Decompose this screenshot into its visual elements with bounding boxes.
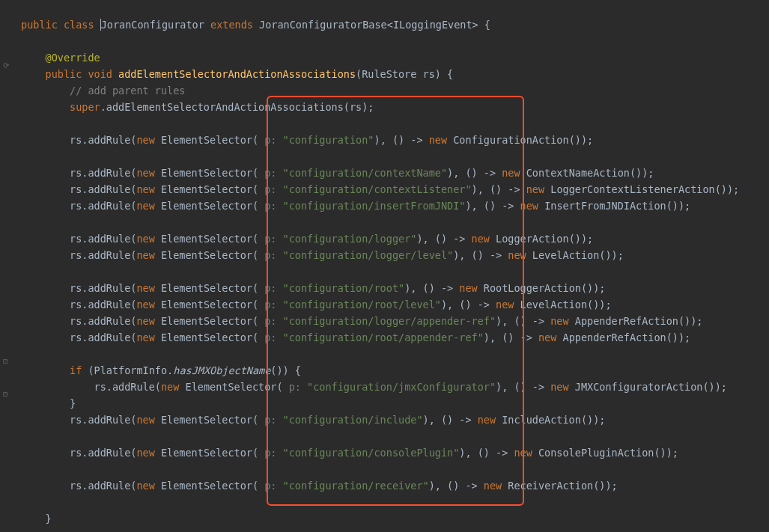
keyword-new: new	[136, 200, 154, 212]
es-ctor: ElementSelector	[161, 299, 252, 311]
action-class: ContextNameAction	[526, 167, 630, 179]
text-cursor	[100, 19, 101, 31]
keyword-new: new	[508, 249, 526, 261]
rs-addrule: rs.addRule	[70, 447, 130, 459]
rs-addrule: rs.addRule	[70, 414, 130, 426]
keyword-new: new	[161, 381, 179, 393]
string-path: "configuration/root"	[283, 282, 405, 294]
comment: // add parent rules	[70, 85, 185, 97]
action-class: LoggerAction	[496, 233, 569, 245]
es-ctor: ElementSelector	[161, 183, 252, 195]
code-editor[interactable]: public class JoranConfigurator extends J…	[0, 0, 769, 527]
keyword-super: super	[70, 101, 100, 113]
string-path: "configuration/insertFromJNDI"	[283, 200, 466, 212]
method-name: addElementSelectorAndActionAssociations	[118, 68, 356, 80]
string-path: "configuration/include"	[283, 414, 423, 426]
rs-addrule: rs.addRule	[94, 381, 155, 393]
string-path: "configuration/logger/appender-ref"	[283, 315, 496, 327]
keyword-new: new	[514, 447, 532, 459]
keyword-new: new	[136, 299, 154, 311]
keyword-new: new	[478, 414, 496, 426]
string-path: "configuration/logger"	[283, 233, 417, 245]
es-ctor: ElementSelector	[161, 414, 252, 426]
keyword-new: new	[136, 282, 154, 294]
rs-addrule: rs.addRule	[70, 134, 130, 146]
string-path: "configuration/contextListener"	[283, 183, 472, 195]
lambda: () ->	[472, 249, 502, 261]
param-hint: p:	[264, 282, 276, 294]
keyword-new: new	[538, 331, 556, 343]
es-ctor: ElementSelector	[161, 134, 252, 146]
keyword-new: new	[550, 315, 568, 327]
if-obj: PlatformInfo	[94, 364, 168, 376]
es-ctor: ElementSelector	[161, 315, 252, 327]
param-hint: p:	[264, 249, 276, 261]
es-ctor: ElementSelector	[161, 167, 252, 179]
es-ctor: ElementSelector	[161, 200, 252, 212]
lambda: () ->	[484, 200, 514, 212]
lambda: () ->	[392, 134, 423, 146]
annotation-override: @Override	[46, 52, 100, 64]
keyword-extends: extends	[210, 19, 253, 31]
string-path: "configuration/root/appender-ref"	[283, 331, 484, 343]
param-hint: p:	[264, 134, 276, 146]
es-ctor: ElementSelector	[161, 331, 252, 343]
lambda: () ->	[423, 282, 454, 294]
keyword-void: void	[88, 68, 112, 80]
action-class: AppenderRefAction	[563, 331, 666, 343]
super-method: addElementSelectorAndActionAssociations	[106, 101, 344, 113]
rs-addrule: rs.addRule	[70, 315, 130, 327]
param-hint: p:	[264, 200, 276, 212]
keyword-new: new	[502, 167, 520, 179]
lambda: () ->	[459, 299, 490, 311]
lambda: () ->	[478, 447, 508, 459]
rs-addrule: rs.addRule	[70, 282, 130, 294]
brace: {	[447, 68, 453, 80]
action-class: ConsolePluginAction	[538, 447, 654, 459]
string-path: "configuration/jmxConfigurator"	[307, 381, 496, 393]
string-path: "configuration/consolePlugin"	[283, 447, 460, 459]
es-ctor: ElementSelector	[161, 447, 252, 459]
param-hint: p:	[264, 183, 276, 195]
keyword-new: new	[496, 299, 514, 311]
action-class: IncludeAction	[502, 414, 581, 426]
class-name: JoranConfigurator	[101, 19, 204, 31]
action-class: LoggerContextListenerAction	[550, 183, 714, 195]
action-class: JMXConfiguratorAction	[575, 381, 703, 393]
keyword-new: new	[526, 183, 544, 195]
keyword-new: new	[136, 249, 154, 261]
brace: {	[484, 19, 490, 31]
param-hint: p:	[264, 414, 276, 426]
param-hint: p:	[264, 233, 276, 245]
if-method: hasJMXObjectName	[173, 364, 270, 376]
string-path: "configuration/root/level"	[283, 299, 441, 311]
rs-addrule: rs.addRule	[70, 299, 130, 311]
action-class: LevelAction	[532, 249, 599, 261]
keyword-new: new	[136, 414, 154, 426]
rs-addrule: rs.addRule	[70, 200, 130, 212]
lambda: () ->	[435, 233, 466, 245]
lambda: () ->	[490, 183, 520, 195]
action-class: ReceiverAction	[508, 480, 593, 492]
param-hint: p:	[264, 167, 276, 179]
keyword-class: class	[64, 19, 94, 31]
string-path: "configuration/contextName"	[283, 167, 447, 179]
rs-addrule: rs.addRule	[70, 480, 130, 492]
keyword-public: public	[21, 19, 58, 31]
action-class: AppenderRefAction	[575, 315, 678, 327]
rs-addrule: rs.addRule	[70, 167, 130, 179]
lambda: () ->	[465, 167, 496, 179]
keyword-new: new	[550, 381, 568, 393]
keyword-new: new	[136, 233, 154, 245]
lambda: () ->	[514, 381, 544, 393]
keyword-new: new	[136, 315, 154, 327]
es-ctor: ElementSelector	[161, 233, 252, 245]
string-path: "configuration"	[283, 134, 374, 146]
action-class: ConfigurationAction	[453, 134, 568, 146]
param-hint: p:	[264, 299, 276, 311]
es-ctor: ElementSelector	[161, 282, 252, 294]
param-type: RuleStore	[362, 68, 416, 80]
keyword-new: new	[472, 233, 490, 245]
es-ctor: ElementSelector	[186, 381, 277, 393]
param-hint: p:	[289, 381, 301, 393]
